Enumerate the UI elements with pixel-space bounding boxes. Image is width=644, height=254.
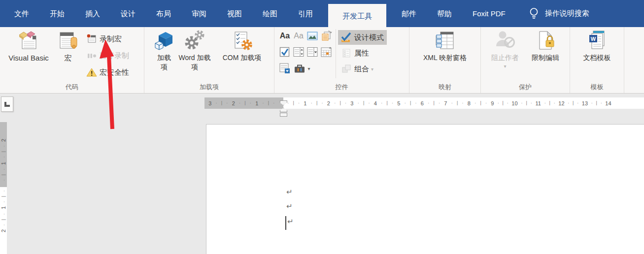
tab-foxit-pdf[interactable]: Foxit PDF (467, 0, 511, 27)
controls-grid: Aa Aa (274, 27, 334, 78)
design-mode-button[interactable]: 设计模式 (338, 30, 387, 45)
horizontal-ruler[interactable]: 3 · | · 2 · | · 1 · | · (204, 97, 644, 109)
properties-icon (341, 48, 352, 58)
com-addins-icon (231, 29, 253, 52)
group-label-protect: 保护 (481, 83, 570, 92)
tab-design[interactable]: 设计 (115, 0, 141, 27)
group-label-template: 模板 (570, 83, 624, 92)
ribbon-tab-bar: 文件 开始 插入 设计 布局 审阅 视图 绘图 引用 开发工具 邮件 帮助 Fo… (0, 0, 644, 27)
macro-security-label: 宏安全性 (100, 68, 129, 77)
tab-insert[interactable]: 插入 (80, 0, 105, 27)
dropdown-list-control-icon (306, 46, 318, 58)
checkbox-control-button[interactable] (278, 46, 291, 59)
legacy-tools-button[interactable]: ▾ (292, 62, 312, 75)
record-macro-button[interactable]: 录制宏 (86, 32, 129, 46)
left-indent-marker[interactable] (280, 113, 287, 117)
rich-text-aa-icon: Aa (280, 32, 290, 40)
ruler-margin-section: 3 · | · 2 · | · 1 · | · (204, 97, 283, 109)
tab-mailings[interactable]: 邮件 (396, 0, 422, 27)
tab-layout[interactable]: 布局 (151, 0, 176, 27)
ruler-page-section: · | · 1 · | · 2 · | · 3 (283, 97, 644, 109)
horizontal-ruler-row: 3 · | · 2 · | · 1 · | · (0, 94, 644, 113)
rich-text-control-button[interactable]: Aa (278, 30, 291, 42)
ruler-unit: · | · 12 (543, 97, 567, 109)
tab-review[interactable]: 审阅 (186, 0, 212, 27)
search-label: 操作说明搜索 (545, 9, 589, 18)
group-button: 组合 ▾ (338, 62, 387, 76)
plain-text-aa-icon: Aa (294, 32, 304, 40)
legacy-tools-icon (294, 63, 305, 74)
xml-mapping-pane-button[interactable]: XML 映射窗格 (412, 27, 478, 78)
paragraph-mark: ↵ (287, 217, 294, 226)
visual-basic-button[interactable]: Visual Basic (3, 27, 54, 78)
combo-box-control-icon (293, 46, 305, 58)
design-mode-icon (341, 32, 352, 43)
ruler-unit: 2 · | · (230, 97, 254, 109)
ruler-unit: · | · 1 (0, 188, 7, 211)
tab-developer-active[interactable]: 开发工具 (328, 4, 386, 27)
dropdown-list-control-button[interactable] (306, 46, 319, 59)
vertical-ruler-page-section: · | · 1 · | · 2 (0, 187, 7, 234)
ruler-unit: · | · 1 (285, 97, 309, 109)
date-picker-control-icon (320, 46, 332, 58)
word-addins-button[interactable]: Word 加载项 (178, 27, 211, 78)
ruler-unit: · | · 2 (0, 211, 7, 234)
ruler-unit: · | · 11 (519, 97, 543, 109)
addins-button[interactable]: 加载项 (150, 27, 178, 78)
group-label-controls: 控件 (274, 83, 409, 92)
tab-draw[interactable]: 绘图 (257, 0, 283, 27)
svg-text:W: W (590, 36, 596, 42)
picture-content-control-icon (306, 30, 318, 42)
pause-recording-label: 暂停录制 (100, 51, 129, 61)
com-addins-button[interactable]: COM 加载项 (211, 27, 272, 78)
combo-box-control-button[interactable] (292, 46, 305, 59)
restrict-editing-label: 限制编辑 (532, 53, 559, 63)
ruler-unit: · | · 2 (309, 97, 333, 109)
record-macro-label: 录制宏 (100, 34, 122, 44)
ruler-unit: · | · 8 (449, 97, 473, 109)
com-addins-label: COM 加载项 (223, 53, 262, 63)
document-workspace: 3 · | · 2 · | · 1 · | · (0, 94, 644, 254)
ribbon-group-addins: 加载项 Word 加载项 (144, 27, 274, 93)
lightbulb-icon (529, 7, 539, 21)
ribbon-group-code: Visual Basic 宏 (0, 27, 144, 93)
addins-label: 加载项 (155, 53, 173, 72)
tell-me-search[interactable]: 操作说明搜索 (529, 0, 589, 27)
tab-references[interactable]: 引用 (293, 0, 318, 27)
building-block-gallery-button[interactable] (320, 30, 333, 42)
word-addins-label: Word 加载项 (178, 53, 211, 72)
tab-help[interactable]: 帮助 (432, 0, 457, 27)
design-mode-label: 设计模式 (354, 33, 384, 42)
ruler-unit: · | · 4 (356, 97, 379, 109)
visual-basic-label: Visual Basic (8, 53, 48, 63)
word-addins-gears-icon (184, 29, 205, 52)
controls-inner-separator (336, 29, 336, 78)
tab-view[interactable]: 视图 (222, 0, 247, 27)
document-template-button[interactable]: W 文档模板 (574, 27, 620, 78)
group-caret-icon: ▾ (371, 66, 373, 72)
ruler-unit: · | · 13 (566, 97, 590, 109)
date-picker-control-button[interactable] (320, 46, 333, 59)
ribbon-group-protect: 阻止作者 ▾ 限制编辑 保护 (481, 27, 570, 93)
pause-recording-icon (86, 50, 98, 61)
vertical-ruler[interactable]: 2 · | · 1 · | · · | · 1 · (0, 122, 7, 254)
group-label-addins: 加载项 (144, 83, 274, 92)
checkbox-control-icon (279, 46, 291, 58)
restrict-editing-button[interactable]: 限制编辑 (525, 27, 566, 78)
block-authors-icon (494, 29, 516, 52)
ruler-unit: · | · 5 (379, 97, 403, 109)
macros-button[interactable]: 宏 (54, 27, 82, 78)
ruler-unit: 3 · | · (206, 97, 230, 109)
group-objects-icon (341, 64, 352, 74)
document-template-label: 文档模板 (583, 53, 611, 63)
picture-control-button[interactable] (306, 30, 319, 42)
ribbon-group-controls: Aa Aa (274, 27, 409, 93)
tab-home[interactable]: 开始 (44, 0, 70, 27)
repeating-section-control-button[interactable] (278, 62, 291, 75)
tab-file[interactable]: 文件 (9, 0, 34, 27)
block-authors-label: 阻止作者 (491, 53, 519, 63)
plain-text-control-button[interactable]: Aa (292, 30, 305, 42)
document-page[interactable]: ↵ ↵ ↵ (206, 124, 644, 254)
macro-security-button[interactable]: 宏安全性 (86, 65, 129, 80)
pause-recording-button: 暂停录制 (86, 48, 129, 63)
